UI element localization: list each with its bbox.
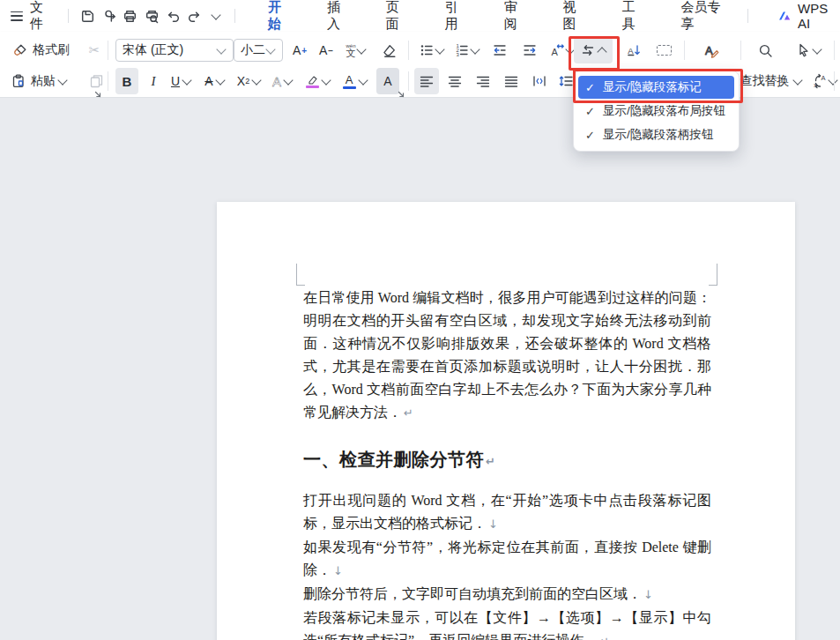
italic-button[interactable]: I (142, 68, 165, 94)
bullet-list-button[interactable] (416, 37, 448, 63)
undo-icon[interactable] (162, 4, 183, 27)
decrease-indent-icon[interactable] (487, 37, 513, 63)
align-right-button[interactable] (471, 68, 495, 94)
bold-button[interactable]: B (115, 68, 138, 94)
font-name-select[interactable]: 宋体 (正文) (115, 39, 234, 62)
clipboard-dialog-launcher-icon[interactable] (93, 86, 102, 95)
paragraph-marks-icon (580, 42, 596, 58)
document-paragraph[interactable]: 打开出现问题的 Word 文档，在“开始”选项卡中点击段落标记图标，显示出文档的… (303, 489, 711, 640)
check-icon: ✓ (585, 81, 595, 94)
save-icon[interactable] (77, 4, 98, 27)
document-line: 打开出现问题的 Word 文档，在“开始”选项卡中点击段落标记图标，显示出文档的… (303, 489, 711, 536)
cut-icon[interactable]: ✂ (83, 37, 106, 63)
paste-button[interactable]: 粘贴 (9, 68, 86, 94)
font-color-button[interactable]: A (338, 68, 373, 94)
document-line: 在日常使用 Word 编辑文档时，很多用户可能遇到过这样的问题：明明在文档的开头… (303, 287, 711, 425)
divider (740, 41, 741, 60)
export-icon[interactable] (98, 4, 119, 27)
distribute-text-button[interactable] (527, 68, 552, 94)
margin-crop-mark (709, 264, 717, 286)
divider (408, 41, 409, 60)
sort-button[interactable]: A (621, 37, 647, 63)
search-icon[interactable] (751, 37, 779, 63)
divider (408, 71, 409, 91)
menubar: 文件 开始 插入 页面 (0, 0, 840, 32)
document-line: 如果发现有“分节符”，将光标定位在其前面，直接按 Delete 键删除．↓ (303, 536, 711, 583)
document-line: 一、检查并删除分节符↵ (303, 446, 711, 475)
strikethrough-button[interactable]: A (200, 68, 230, 94)
font-dialog-launcher-icon[interactable] (397, 86, 405, 95)
history-chevron-icon[interactable] (205, 4, 227, 27)
divider (108, 71, 108, 91)
document-body[interactable]: 在日常使用 Word 编辑文档时，很多用户可能遇到过这样的问题：明明在文档的开头… (303, 287, 711, 640)
soft-return-icon: ↓ (487, 517, 498, 531)
menu-item[interactable]: ✓ 显示/隐藏段落柄按钮 (578, 123, 734, 146)
increase-indent-icon[interactable] (517, 37, 543, 63)
phonetic-guide-icon: wén 文 (346, 43, 355, 58)
document-line: 若段落标记未显示，可以在【文件】→【选项】→【显示】中勾选“所有格式标记”，再返… (303, 607, 711, 640)
document-heading[interactable]: 一、检查并删除分节符↵ (303, 446, 711, 475)
margin-crop-mark (296, 264, 305, 286)
swap-text-icon: xA (812, 73, 828, 89)
phonetic-guide-button[interactable]: wén 文 (340, 37, 372, 63)
paragraph-marks-toggle-button[interactable] (574, 37, 613, 63)
batch-convert-button[interactable]: xA (809, 68, 840, 94)
svg-text:A: A (552, 47, 559, 57)
wps-ai-button[interactable]: WPS AI (777, 1, 840, 31)
highlight-pen-icon (306, 74, 319, 88)
soft-return-icon: ↓ (642, 588, 653, 601)
clipboard-icon (11, 73, 26, 89)
tab-marks-button[interactable] (650, 37, 677, 63)
hamburger-menu-icon[interactable] (11, 11, 23, 21)
svg-text:3: 3 (456, 52, 459, 57)
cursor-icon (796, 42, 812, 58)
font-size-select[interactable]: 小二 (234, 39, 283, 62)
increase-font-size-button[interactable]: A+ (287, 37, 312, 63)
svg-text:A: A (628, 46, 634, 56)
menu-item-label: 显示/隐藏段落标记 (603, 79, 702, 95)
document-page[interactable]: 在日常使用 Word 编辑文档时，很多用户可能遇到过这样的问题：明明在文档的开头… (217, 202, 795, 640)
numbered-list-button[interactable]: 123 (451, 37, 483, 63)
divider (234, 9, 235, 23)
document-canvas: 在日常使用 Word 编辑文档时，很多用户可能遇到过这样的问题：明明在文档的开头… (0, 98, 840, 640)
align-left-button[interactable] (414, 68, 439, 94)
divider (684, 41, 685, 60)
underline-button[interactable]: U (167, 68, 197, 94)
select-tool-button[interactable] (792, 37, 827, 63)
menu-item[interactable]: ✓ 显示/隐藏段落布局按钮 (578, 100, 734, 123)
check-icon: ✓ (585, 129, 595, 142)
menu-item[interactable]: ✓ 显示/隐藏段落标记 (578, 76, 734, 99)
divider (68, 9, 69, 23)
redo-icon[interactable] (183, 4, 204, 27)
paragraph-mark-icon: ↵ (598, 635, 609, 640)
superscript-button[interactable]: X2 (234, 68, 265, 94)
divider (108, 41, 108, 60)
divider (747, 9, 748, 23)
print-icon[interactable] (120, 4, 141, 27)
wps-ai-logo-icon (777, 9, 792, 23)
svg-text:A: A (821, 74, 825, 82)
wps-writer-window: 文件 开始 插入 页面 (0, 0, 840, 640)
document-line: 删除分节符后，文字即可自动填充到前面的空白区域．↓ (303, 583, 711, 607)
find-replace-button[interactable]: 查找替换 (732, 68, 810, 94)
file-menu-button[interactable]: 文件 (30, 0, 55, 33)
font-color-icon: A (343, 74, 356, 89)
clear-format-icon[interactable] (375, 37, 402, 63)
divider (834, 71, 835, 91)
dashed-box-icon (657, 45, 672, 56)
paragraph-mark-icon: ↵ (484, 455, 495, 468)
align-center-button[interactable] (442, 68, 467, 94)
paragraph-marks-dropdown-menu: ✓ 显示/隐藏段落标记 ✓ 显示/隐藏段落布局按钮 ✓ 显示/隐藏段落柄按钮 (573, 71, 740, 152)
paragraph-mark-icon: ↵ (402, 406, 413, 420)
text-effects-button[interactable]: A (267, 68, 299, 94)
format-painter-button[interactable]: 格式刷 (11, 37, 83, 63)
divider (834, 41, 835, 60)
highlight-color-button[interactable] (301, 68, 336, 94)
format-painter-icon (12, 42, 28, 58)
soft-return-icon: ↓ (331, 564, 343, 577)
style-settings-button[interactable]: A (696, 37, 726, 63)
print-preview-icon[interactable] (141, 4, 162, 27)
document-paragraph[interactable]: 在日常使用 Word 编辑文档时，很多用户可能遇到过这样的问题：明明在文档的开头… (303, 287, 711, 425)
justify-button[interactable] (499, 68, 524, 94)
decrease-font-size-button[interactable]: A− (314, 37, 338, 63)
